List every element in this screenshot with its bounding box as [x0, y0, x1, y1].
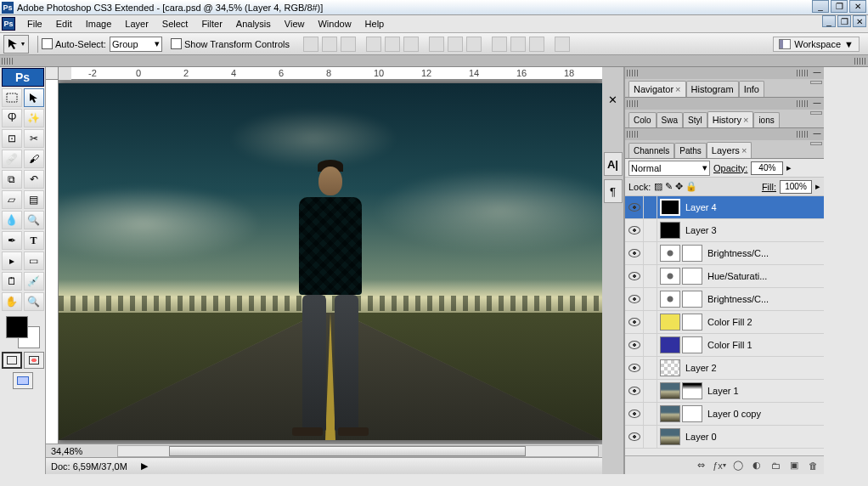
- lock-position-icon[interactable]: ✥: [675, 181, 683, 192]
- layer-visibility-toggle[interactable]: [625, 403, 644, 425]
- layer-name-label[interactable]: Color Fill 2: [707, 317, 824, 327]
- tab-layers[interactable]: Layers×: [707, 142, 752, 158]
- tab-navigator[interactable]: Navigator×: [628, 81, 686, 97]
- distribute-tops-icon[interactable]: [429, 37, 444, 52]
- layer-thumbnail[interactable]: [660, 359, 680, 376]
- auto-select-dropdown[interactable]: Group▾: [110, 37, 162, 52]
- menu-window[interactable]: Window: [311, 16, 358, 31]
- tab-history[interactable]: History×: [707, 111, 754, 127]
- align-left-icon[interactable]: [366, 37, 381, 52]
- layer-row[interactable]: Layer 1: [625, 380, 824, 403]
- lock-transparency-icon[interactable]: ▨: [654, 181, 662, 192]
- tab-color[interactable]: Colo: [628, 112, 657, 127]
- quick-mask-button[interactable]: [24, 352, 44, 369]
- layer-mask-icon[interactable]: ◯: [732, 460, 744, 472]
- workspace-button[interactable]: Workspace▼: [773, 37, 860, 52]
- layer-visibility-toggle[interactable]: [625, 265, 644, 287]
- crop-tool[interactable]: ⊡: [2, 129, 22, 148]
- layer-visibility-toggle[interactable]: [625, 426, 644, 448]
- layer-row[interactable]: Layer 2: [625, 357, 824, 380]
- layer-row[interactable]: Brightness/C...: [625, 242, 824, 265]
- layer-name-label[interactable]: Layer 4: [685, 202, 824, 212]
- layer-thumbnail[interactable]: [660, 405, 680, 422]
- adjustment-layer-icon[interactable]: ◐: [751, 460, 763, 472]
- pen-tool[interactable]: ✒: [2, 231, 22, 250]
- blend-mode-select[interactable]: Normal▾: [628, 161, 710, 176]
- layer-visibility-toggle[interactable]: [625, 196, 644, 218]
- menu-help[interactable]: Help: [358, 16, 392, 31]
- dodge-tool[interactable]: 🔍: [24, 211, 44, 229]
- layer-visibility-toggle[interactable]: [625, 219, 644, 241]
- slice-tool[interactable]: ✂: [24, 129, 44, 148]
- fill-flyout-icon[interactable]: ▸: [815, 181, 820, 192]
- layer-name-label[interactable]: Layer 0 copy: [707, 409, 824, 419]
- lock-pixels-icon[interactable]: ✎: [665, 181, 673, 192]
- type-tool[interactable]: T: [24, 231, 44, 250]
- tab-info[interactable]: Info: [739, 81, 764, 97]
- canvas-viewport[interactable]: [59, 80, 602, 444]
- link-layers-icon[interactable]: ⇔: [695, 460, 707, 472]
- paragraph-icon[interactable]: ¶: [604, 179, 623, 203]
- tab-styles[interactable]: Styl: [683, 112, 707, 127]
- brush-tool[interactable]: 🖌: [24, 150, 44, 168]
- layer-visibility-toggle[interactable]: [625, 380, 644, 402]
- character-icon[interactable]: A|: [604, 152, 623, 176]
- align-top-icon[interactable]: [303, 37, 318, 52]
- tab-paths[interactable]: Paths: [674, 143, 707, 158]
- status-arrow-icon[interactable]: ▶: [141, 461, 148, 472]
- toolbox-collapse-handle[interactable]: [0, 55, 868, 67]
- layer-row[interactable]: Color Fill 1: [625, 334, 824, 357]
- menu-edit[interactable]: Edit: [49, 16, 79, 31]
- layer-thumbnail[interactable]: [682, 382, 702, 399]
- new-layer-icon[interactable]: ▣: [788, 460, 800, 472]
- layer-name-label[interactable]: Layer 0: [685, 432, 824, 442]
- distribute-rights-icon[interactable]: [529, 37, 544, 52]
- layer-row[interactable]: Layer 0 copy: [625, 403, 824, 426]
- menu-image[interactable]: Image: [79, 16, 119, 31]
- layer-name-label[interactable]: Color Fill 1: [707, 340, 824, 350]
- horizontal-scrollbar[interactable]: 34,48%: [46, 444, 602, 457]
- opacity-field[interactable]: 40%: [751, 161, 783, 175]
- layer-row[interactable]: Layer 3: [625, 219, 824, 242]
- align-vcenter-icon[interactable]: [322, 37, 337, 52]
- layer-thumbnail[interactable]: [682, 291, 702, 308]
- magic-wand-tool[interactable]: ✨: [24, 109, 44, 127]
- standard-mode-button[interactable]: [2, 352, 22, 369]
- distribute-hcenters-icon[interactable]: [510, 37, 526, 52]
- menu-view[interactable]: View: [278, 16, 312, 31]
- healing-brush-tool[interactable]: 🩹: [2, 150, 22, 168]
- align-hcenter-icon[interactable]: [385, 37, 400, 52]
- history-brush-tool[interactable]: ↶: [24, 170, 44, 189]
- layer-thumbnail[interactable]: [660, 428, 680, 445]
- window-minimize-button[interactable]: _: [812, 0, 829, 13]
- menu-layer[interactable]: Layer: [118, 16, 155, 31]
- layer-thumbnail[interactable]: [682, 336, 702, 353]
- panel-drag-handle[interactable]: —: [625, 67, 824, 79]
- eyedropper-tool[interactable]: 💉: [24, 272, 44, 291]
- window-restore-button[interactable]: ❐: [831, 0, 848, 13]
- layer-visibility-toggle[interactable]: [625, 288, 644, 310]
- opacity-flyout-icon[interactable]: ▸: [786, 162, 792, 173]
- window-close-button[interactable]: ✕: [849, 0, 866, 13]
- panel-drag-handle[interactable]: —: [625, 98, 824, 110]
- notes-tool[interactable]: 🗒: [2, 272, 22, 291]
- layer-name-label[interactable]: Hue/Saturati...: [707, 271, 824, 281]
- layer-name-label[interactable]: Layer 2: [685, 363, 824, 373]
- layers-list[interactable]: Layer 4Layer 3Brightness/C...Hue/Saturat…: [625, 196, 824, 455]
- menu-select[interactable]: Select: [155, 16, 195, 31]
- layer-thumbnail[interactable]: [682, 245, 702, 262]
- gradient-tool[interactable]: ▤: [24, 190, 44, 209]
- layer-name-label[interactable]: Layer 1: [707, 386, 824, 396]
- layer-thumbnail[interactable]: [660, 291, 680, 308]
- layer-row[interactable]: Hue/Saturati...: [625, 265, 824, 288]
- layer-style-icon[interactable]: ƒx▾: [713, 460, 725, 472]
- layer-thumbnail[interactable]: [660, 199, 680, 216]
- scrollbar-thumb[interactable]: [169, 446, 526, 456]
- doc-restore-button[interactable]: ❐: [837, 15, 851, 27]
- delete-layer-icon[interactable]: 🗑: [807, 460, 819, 472]
- hand-tool[interactable]: ✋: [2, 292, 22, 311]
- doc-close-button[interactable]: ✕: [853, 15, 866, 27]
- zoom-percent[interactable]: 34,48%: [46, 446, 114, 456]
- menu-analysis[interactable]: Analysis: [229, 16, 278, 31]
- layer-thumbnail[interactable]: [660, 222, 680, 239]
